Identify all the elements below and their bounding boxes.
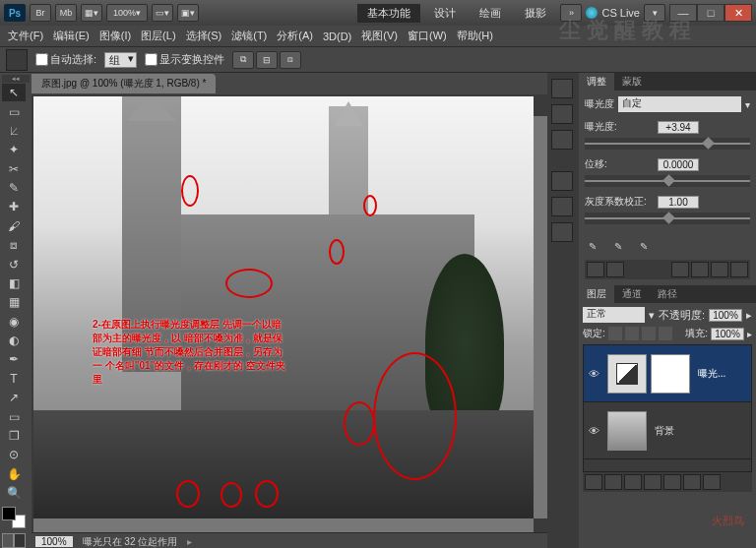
horizontal-scrollbar[interactable] xyxy=(33,518,534,532)
tab-masks[interactable]: 蒙版 xyxy=(614,73,650,91)
offset-slider[interactable] xyxy=(585,175,750,187)
delete-layer-button[interactable] xyxy=(703,474,721,490)
workspace-basic[interactable]: 基本功能 xyxy=(357,4,420,23)
zoom-tool[interactable]: 🔍 xyxy=(2,484,26,502)
layer-name[interactable]: 曝光... xyxy=(694,367,725,381)
panel-icon[interactable] xyxy=(551,130,573,150)
pen-tool[interactable]: ✒ xyxy=(2,350,26,368)
adjustment-thumb[interactable] xyxy=(607,354,647,394)
mask-thumb[interactable] xyxy=(651,354,690,394)
lock-transparency-icon[interactable] xyxy=(608,327,622,340)
preset-select[interactable]: 自定 xyxy=(618,96,741,112)
panel-icon[interactable] xyxy=(551,222,573,242)
minibridge-button[interactable]: Mb xyxy=(55,4,77,22)
menu-view[interactable]: 视图(V) xyxy=(357,27,402,45)
layer-row[interactable]: 👁 曝光... xyxy=(584,345,751,402)
tab-adjustments[interactable]: 调整 xyxy=(579,73,614,91)
document-tab[interactable]: 原图.jpg @ 100% (曝光度 1, RGB/8) * xyxy=(32,74,216,93)
eyedropper-white-icon[interactable]: ✎ xyxy=(636,238,652,254)
adj-delete-button[interactable] xyxy=(730,262,748,277)
foreground-background-colors[interactable] xyxy=(2,507,26,528)
link-layers-button[interactable] xyxy=(585,474,602,490)
visibility-icon[interactable]: 👁 xyxy=(584,368,603,380)
toolbox-collapse[interactable]: ◂◂ xyxy=(2,75,30,83)
adj-expand-button[interactable] xyxy=(606,262,624,277)
menu-layer[interactable]: 图层(L) xyxy=(137,27,179,45)
visibility-icon[interactable]: 👁 xyxy=(584,425,603,437)
fill-value[interactable]: 100% xyxy=(711,328,744,340)
history-brush-tool[interactable]: ↺ xyxy=(2,255,26,273)
new-layer-button[interactable] xyxy=(683,474,701,490)
lock-all-icon[interactable] xyxy=(659,327,672,340)
layer-style-button[interactable] xyxy=(604,474,622,490)
canvas[interactable]: 2-在原图上执行曝光度调整层 先调一个以暗部为主的曝光度，以 暗部不嗓为准，就是… xyxy=(33,96,534,518)
tab-paths[interactable]: 路径 xyxy=(650,285,685,303)
type-tool[interactable]: T xyxy=(2,370,26,388)
lasso-tool[interactable]: ⟀ xyxy=(2,122,26,140)
offset-value[interactable]: 0.0000 xyxy=(658,158,699,171)
heal-tool[interactable]: ✚ xyxy=(2,198,26,215)
menu-3d[interactable]: 3D(D) xyxy=(319,29,355,44)
move-tool[interactable]: ↖ xyxy=(2,84,26,101)
group-button[interactable] xyxy=(663,474,681,490)
menu-analysis[interactable]: 分析(A) xyxy=(273,27,317,45)
menu-window[interactable]: 窗口(W) xyxy=(404,27,451,45)
panel-icon[interactable] xyxy=(551,104,573,124)
zoom-level[interactable]: 100% ▾ xyxy=(106,4,148,22)
brush-tool[interactable]: 🖌 xyxy=(2,217,26,235)
lock-pixels-icon[interactable] xyxy=(625,327,639,340)
view-extras-button[interactable]: ▦▾ xyxy=(81,4,102,22)
adjustment-layer-button[interactable] xyxy=(644,474,662,490)
status-zoom[interactable]: 100% xyxy=(35,536,73,547)
maximize-button[interactable]: □ xyxy=(697,4,724,22)
arrange-button[interactable]: ▭▾ xyxy=(152,4,173,22)
foreground-color[interactable] xyxy=(2,507,16,520)
auto-select-checkbox[interactable]: 自动选择: xyxy=(35,52,96,67)
menu-file[interactable]: 文件(F) xyxy=(4,27,47,45)
exposure-slider[interactable] xyxy=(585,138,750,150)
crop-tool[interactable]: ✂ xyxy=(2,160,26,178)
menu-select[interactable]: 选择(S) xyxy=(182,27,226,45)
align-button[interactable]: ⊟ xyxy=(256,51,278,69)
menu-help[interactable]: 帮助(H) xyxy=(453,27,497,45)
workspace-design[interactable]: 设计 xyxy=(424,4,466,23)
workspace-painting[interactable]: 绘画 xyxy=(470,4,511,23)
gamma-value[interactable]: 1.00 xyxy=(658,196,699,209)
quickmask-toggle[interactable] xyxy=(2,533,26,548)
menu-filter[interactable]: 滤镜(T) xyxy=(227,27,271,45)
panel-icon[interactable] xyxy=(551,171,573,191)
panel-icon[interactable] xyxy=(551,197,573,216)
hand-tool[interactable]: ✋ xyxy=(2,465,26,483)
auto-select-target[interactable]: 组 xyxy=(104,52,137,68)
eyedropper-tool[interactable]: ✎ xyxy=(2,179,26,197)
marquee-tool[interactable]: ▭ xyxy=(2,102,26,120)
layer-mask-button[interactable] xyxy=(624,474,642,490)
tab-layers[interactable]: 图层 xyxy=(579,285,614,303)
wand-tool[interactable]: ✦ xyxy=(2,141,26,158)
bridge-button[interactable]: Br xyxy=(30,4,51,22)
gamma-slider[interactable] xyxy=(585,213,750,224)
gradient-tool[interactable]: ▦ xyxy=(2,293,26,311)
blend-mode-select[interactable]: 正常 xyxy=(583,307,645,323)
adj-clip-button[interactable] xyxy=(671,262,689,277)
eraser-tool[interactable]: ◧ xyxy=(2,274,26,292)
path-tool[interactable]: ↗ xyxy=(2,389,26,406)
lock-position-icon[interactable] xyxy=(642,327,656,340)
align-button[interactable]: ⧈ xyxy=(280,51,301,69)
stamp-tool[interactable]: ⧈ xyxy=(2,236,26,254)
screen-mode-button[interactable]: ▣▾ xyxy=(177,4,199,22)
menu-edit[interactable]: 编辑(E) xyxy=(49,27,94,45)
adj-visibility-button[interactable] xyxy=(691,262,709,277)
tab-channels[interactable]: 通道 xyxy=(614,285,650,303)
3d-camera-tool[interactable]: ⊙ xyxy=(2,446,26,463)
layer-name[interactable]: 背景 xyxy=(651,424,674,438)
show-transform-checkbox[interactable]: 显示变换控件 xyxy=(145,52,224,67)
eyedropper-gray-icon[interactable]: ✎ xyxy=(610,238,626,254)
close-button[interactable]: ✕ xyxy=(724,4,752,22)
panel-icon[interactable] xyxy=(551,79,573,98)
vertical-scrollbar[interactable] xyxy=(534,116,547,518)
eyedropper-black-icon[interactable]: ✎ xyxy=(585,238,600,254)
opacity-value[interactable]: 100% xyxy=(709,309,742,322)
adj-back-button[interactable] xyxy=(587,262,604,277)
dodge-tool[interactable]: ◐ xyxy=(2,332,26,349)
